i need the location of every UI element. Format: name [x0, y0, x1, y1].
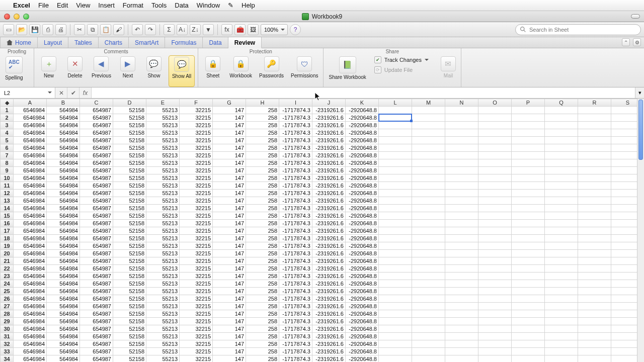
cell-P34[interactable] [512, 355, 545, 363]
cell-O29[interactable] [478, 318, 512, 325]
row-header-28[interactable]: 28 [1, 310, 14, 318]
cell-I34[interactable]: -1717874.3 [279, 355, 312, 363]
cell-O4[interactable] [478, 129, 512, 137]
cell-H23[interactable]: 258 [246, 273, 279, 280]
cell-M7[interactable] [412, 152, 445, 159]
app-name[interactable]: Excel [13, 2, 30, 9]
cell-E2[interactable]: 55213 [146, 114, 180, 122]
cell-C13[interactable]: 654987 [80, 197, 113, 205]
minimize-window-button[interactable] [14, 14, 20, 20]
cell-F13[interactable]: 32215 [180, 197, 213, 205]
cell-Q16[interactable] [545, 220, 578, 227]
row-header-17[interactable]: 17 [1, 227, 14, 235]
cell-Q17[interactable] [545, 227, 578, 235]
cell-O12[interactable] [478, 190, 512, 197]
cell-O34[interactable] [478, 355, 512, 363]
cell-M1[interactable] [412, 107, 445, 114]
cell-N33[interactable] [445, 348, 478, 355]
cell-A23[interactable]: 6546984 [14, 273, 47, 280]
cell-M16[interactable] [412, 220, 445, 227]
cell-I26[interactable]: -1717874.3 [279, 295, 312, 303]
cell-B21[interactable]: 564984 [47, 257, 80, 265]
cell-Q18[interactable] [545, 235, 578, 242]
menu-file[interactable]: File [38, 2, 49, 9]
cell-C19[interactable]: 654987 [80, 242, 113, 250]
name-box[interactable]: L2 [0, 87, 55, 98]
tab-home[interactable]: Home [0, 37, 38, 48]
show-formulas-icon[interactable]: fx [221, 24, 232, 35]
cell-I8[interactable]: -1717874.3 [279, 159, 312, 167]
cell-C17[interactable]: 654987 [80, 227, 113, 235]
cell-B12[interactable]: 564984 [47, 190, 80, 197]
cell-R16[interactable] [578, 220, 611, 227]
cell-P14[interactable] [512, 205, 545, 212]
cell-M10[interactable] [412, 174, 445, 182]
cell-E24[interactable]: 55213 [146, 280, 180, 288]
cell-K22[interactable]: -2920648.8 [346, 265, 379, 273]
cell-N25[interactable] [445, 288, 478, 295]
cell-H22[interactable]: 258 [246, 265, 279, 273]
cell-I5[interactable]: -1717874.3 [279, 137, 312, 144]
cell-E12[interactable]: 55213 [146, 190, 180, 197]
media-icon[interactable]: 🖼 [248, 24, 259, 35]
cell-Q12[interactable] [545, 190, 578, 197]
cell-K13[interactable]: -2920648.8 [346, 197, 379, 205]
cell-B29[interactable]: 564984 [47, 318, 80, 325]
cell-N31[interactable] [445, 333, 478, 340]
cell-A13[interactable]: 6546984 [14, 197, 47, 205]
format-painter-icon[interactable]: 🖌 [113, 24, 124, 35]
column-header-M[interactable]: M [412, 99, 445, 107]
cell-C25[interactable]: 654987 [80, 288, 113, 295]
cell-C9[interactable]: 654987 [80, 167, 113, 174]
cell-R18[interactable] [578, 235, 611, 242]
cell-O22[interactable] [478, 265, 512, 273]
cell-C34[interactable]: 654987 [80, 355, 113, 363]
cell-E7[interactable]: 55213 [146, 152, 180, 159]
row-header-30[interactable]: 30 [1, 325, 14, 333]
cell-F32[interactable]: 32215 [180, 340, 213, 348]
cell-A14[interactable]: 6546984 [14, 205, 47, 212]
cell-A5[interactable]: 6546984 [14, 137, 47, 144]
cell-E8[interactable]: 55213 [146, 159, 180, 167]
cell-R23[interactable] [578, 273, 611, 280]
cell-G24[interactable]: 147 [213, 280, 246, 288]
cell-A24[interactable]: 6546984 [14, 280, 47, 288]
cell-P21[interactable] [512, 257, 545, 265]
cell-F19[interactable]: 32215 [180, 242, 213, 250]
cell-A22[interactable]: 6546984 [14, 265, 47, 273]
cell-E13[interactable]: 55213 [146, 197, 180, 205]
column-header-P[interactable]: P [512, 99, 545, 107]
cell-I16[interactable]: -1717874.3 [279, 220, 312, 227]
cell-L2[interactable] [379, 114, 412, 122]
cell-H19[interactable]: 258 [246, 242, 279, 250]
cell-F28[interactable]: 32215 [180, 310, 213, 318]
column-header-K[interactable]: K [346, 99, 379, 107]
cell-A32[interactable]: 6546984 [14, 340, 47, 348]
cell-J4[interactable]: -2319261.6 [312, 129, 346, 137]
cell-N18[interactable] [445, 235, 478, 242]
cell-K28[interactable]: -2920648.8 [346, 310, 379, 318]
cell-M12[interactable] [412, 190, 445, 197]
cell-E20[interactable]: 55213 [146, 250, 180, 257]
sort-asc-icon[interactable]: A↓ [177, 24, 188, 35]
cell-J14[interactable]: -2319261.6 [312, 205, 346, 212]
cell-H4[interactable]: 258 [246, 129, 279, 137]
row-header-29[interactable]: 29 [1, 318, 14, 325]
cell-C16[interactable]: 654987 [80, 220, 113, 227]
column-header-R[interactable]: R [578, 99, 611, 107]
cell-F26[interactable]: 32215 [180, 295, 213, 303]
cell-K16[interactable]: -2920648.8 [346, 220, 379, 227]
cell-P11[interactable] [512, 182, 545, 190]
cell-B8[interactable]: 564984 [47, 159, 80, 167]
cell-E9[interactable]: 55213 [146, 167, 180, 174]
tab-charts[interactable]: Charts [99, 37, 129, 48]
print-icon[interactable]: 🖨 [55, 24, 66, 35]
vertical-scrollbar[interactable] [637, 99, 644, 362]
cell-J32[interactable]: -2319261.6 [312, 340, 346, 348]
cell-F14[interactable]: 32215 [180, 205, 213, 212]
cell-O30[interactable] [478, 325, 512, 333]
cell-N28[interactable] [445, 310, 478, 318]
cell-E11[interactable]: 55213 [146, 182, 180, 190]
cell-K30[interactable]: -2920648.8 [346, 325, 379, 333]
cell-Q29[interactable] [545, 318, 578, 325]
